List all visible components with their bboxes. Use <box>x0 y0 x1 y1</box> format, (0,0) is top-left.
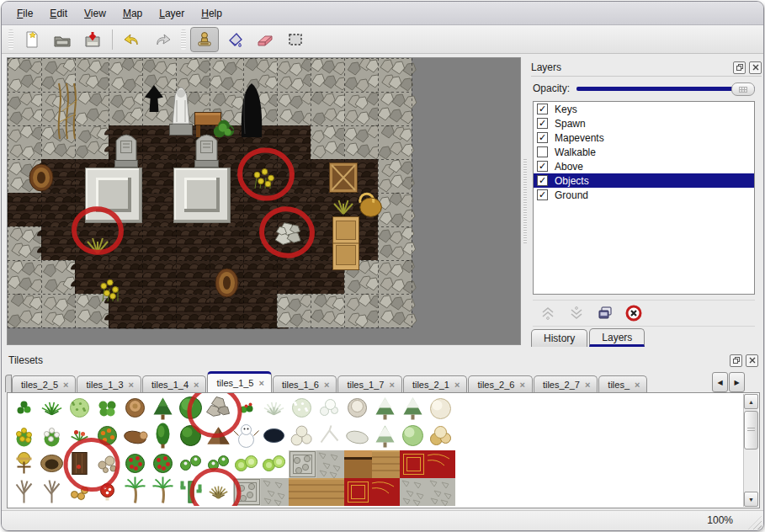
redo-button[interactable] <box>148 27 177 52</box>
tileset-tab-bar: tiles_2_5×tiles_1_3×tiles_1_4×tiles_1_5×… <box>5 370 760 392</box>
close-tab-icon[interactable]: × <box>63 380 68 390</box>
close-tab-icon[interactable]: × <box>585 380 590 390</box>
close-tab-icon[interactable]: × <box>259 378 264 388</box>
tileset-tab-tiles_2_1[interactable]: tiles_2_1× <box>403 375 467 392</box>
layer-visibility-checkbox[interactable]: ✓ <box>537 189 548 200</box>
tileset-tab-tiles[interactable]: tiles_× <box>598 375 647 392</box>
tileset-tab-tiles_1_3[interactable]: tiles_1_3× <box>77 375 141 392</box>
menu-item-view[interactable]: View <box>76 4 114 23</box>
tab-scroll-right-icon[interactable]: ▶ <box>729 372 745 392</box>
scroll-up-icon[interactable]: ▲ <box>744 394 758 409</box>
tab-fragment <box>5 375 12 392</box>
menu-item-help[interactable]: Help <box>193 4 231 23</box>
menu-item-map[interactable]: Map <box>114 4 151 23</box>
layer-name: Objects <box>555 175 589 187</box>
zoom-level: 100% <box>707 514 733 526</box>
layer-row-spawn[interactable]: ✓Spawn <box>534 116 754 130</box>
open-folder-button[interactable] <box>48 27 77 52</box>
layer-row-keys[interactable]: ✓Keys <box>534 102 754 116</box>
opacity-slider-handle[interactable] <box>731 82 755 96</box>
status-bar: 100% <box>2 510 763 531</box>
new-file-button[interactable] <box>18 27 46 52</box>
tileset-tab-tiles_1_5[interactable]: tiles_1_5× <box>207 371 271 392</box>
resize-grip[interactable] <box>748 516 762 529</box>
close-panel-icon[interactable] <box>746 354 758 367</box>
float-panel-icon[interactable] <box>730 354 742 367</box>
float-panel-icon[interactable] <box>733 61 746 74</box>
fill-tool-button[interactable] <box>220 27 249 52</box>
tileset-tab-label: tiles_2_1 <box>412 380 449 390</box>
layer-visibility-checkbox[interactable]: ✓ <box>537 161 548 172</box>
save-button[interactable] <box>78 27 107 52</box>
undo-button[interactable] <box>118 27 146 52</box>
duplicate-layer-button[interactable] <box>597 305 614 322</box>
layers-panel-title: Layers <box>531 61 730 73</box>
opacity-slider-track <box>576 87 755 91</box>
layer-row-objects[interactable]: ✓Objects <box>534 173 754 188</box>
menu-bar: FileEditViewMapLayerHelp <box>2 2 763 25</box>
tileset-tab-tiles_2_5[interactable]: tiles_2_5× <box>12 375 76 392</box>
close-tab-icon[interactable]: × <box>519 380 524 390</box>
close-tab-icon[interactable]: × <box>324 380 329 390</box>
tilesets-panel: Tilesets tiles_2_5×tiles_1_3×tiles_1_4×t… <box>2 350 763 510</box>
app-window: FileEditViewMapLayerHelp Layers Opacity:… <box>0 0 765 532</box>
map-canvas-view[interactable] <box>7 57 521 345</box>
tileset-tab-tiles_1_7[interactable]: tiles_1_7× <box>337 375 401 392</box>
tileset-tab-tiles_1_6[interactable]: tiles_1_6× <box>273 375 337 392</box>
toolbar-grip-icon <box>8 29 13 50</box>
close-panel-icon[interactable] <box>749 61 762 74</box>
scrollbar-thumb[interactable] <box>744 411 758 450</box>
tilesets-panel-title: Tilesets <box>8 354 726 366</box>
tileset-tab-tiles_1_4[interactable]: tiles_1_4× <box>142 375 206 392</box>
menu-item-edit[interactable]: Edit <box>41 4 76 23</box>
select-tool-button[interactable] <box>281 27 310 52</box>
splitter-grip-icon <box>523 159 527 243</box>
layer-visibility-checkbox[interactable] <box>537 146 548 157</box>
layer-visibility-checkbox[interactable]: ✓ <box>537 132 548 143</box>
layer-visibility-checkbox[interactable]: ✓ <box>537 175 548 186</box>
toolbar-separator <box>112 29 113 50</box>
layer-row-ground[interactable]: ✓Ground <box>534 188 754 202</box>
eraser-tool-button[interactable] <box>251 27 279 52</box>
close-tab-icon[interactable]: × <box>389 380 394 390</box>
layer-visibility-checkbox[interactable]: ✓ <box>537 104 548 114</box>
layer-list: ✓Keys✓Spawn✓MapeventsWalkable✓Above✓Obje… <box>533 101 755 295</box>
tileset-tab-label: tiles_ <box>608 380 630 390</box>
tileset-tab-label: tiles_2_6 <box>477 380 514 390</box>
map-canvas[interactable] <box>8 58 520 344</box>
close-tab-icon[interactable]: × <box>129 380 134 390</box>
tileset-tab-label: tiles_1_5 <box>216 378 253 388</box>
opacity-label: Opacity: <box>533 82 570 94</box>
dock-tab-layers[interactable]: Layers <box>589 328 645 347</box>
layer-row-mapevents[interactable]: ✓Mapevents <box>534 130 754 145</box>
move-down-button[interactable] <box>568 305 585 322</box>
tilesets-panel-titlebar: Tilesets <box>8 352 758 369</box>
vertical-splitter[interactable] <box>522 57 528 345</box>
opacity-row: Opacity: <box>533 79 755 98</box>
dock-tab-history[interactable]: History <box>531 329 587 347</box>
move-up-button[interactable] <box>539 305 556 322</box>
tab-scroll-left-icon[interactable]: ◀ <box>712 372 728 392</box>
tileset-canvas[interactable] <box>8 393 745 506</box>
tileset-scrollbar[interactable]: ▲ ▼ <box>743 394 758 507</box>
close-tab-icon[interactable]: × <box>635 380 640 390</box>
tileset-tab-label: tiles_2_5 <box>21 380 58 390</box>
layer-name: Walkable <box>555 146 596 158</box>
tileset-tab-label: tiles_1_4 <box>151 380 189 390</box>
tileset-tab-label: tiles_1_7 <box>347 380 384 390</box>
close-tab-icon[interactable]: × <box>194 380 199 390</box>
layer-visibility-checkbox[interactable]: ✓ <box>537 118 548 129</box>
tileset-tab-tiles_2_7[interactable]: tiles_2_7× <box>534 375 598 392</box>
stamp-tool-button[interactable] <box>190 27 219 52</box>
menu-item-layer[interactable]: Layer <box>151 4 193 23</box>
layer-row-above[interactable]: ✓Above <box>534 159 754 173</box>
layer-name: Spawn <box>555 118 586 130</box>
layer-row-walkable[interactable]: Walkable <box>534 145 754 159</box>
delete-layer-button[interactable] <box>625 305 642 322</box>
close-tab-icon[interactable]: × <box>454 380 460 390</box>
tileset-tab-tiles_2_6[interactable]: tiles_2_6× <box>468 375 532 392</box>
scroll-down-icon[interactable]: ▼ <box>744 492 758 507</box>
toolbar <box>2 25 763 54</box>
menu-item-file[interactable]: File <box>8 4 41 23</box>
opacity-slider[interactable] <box>576 82 755 95</box>
